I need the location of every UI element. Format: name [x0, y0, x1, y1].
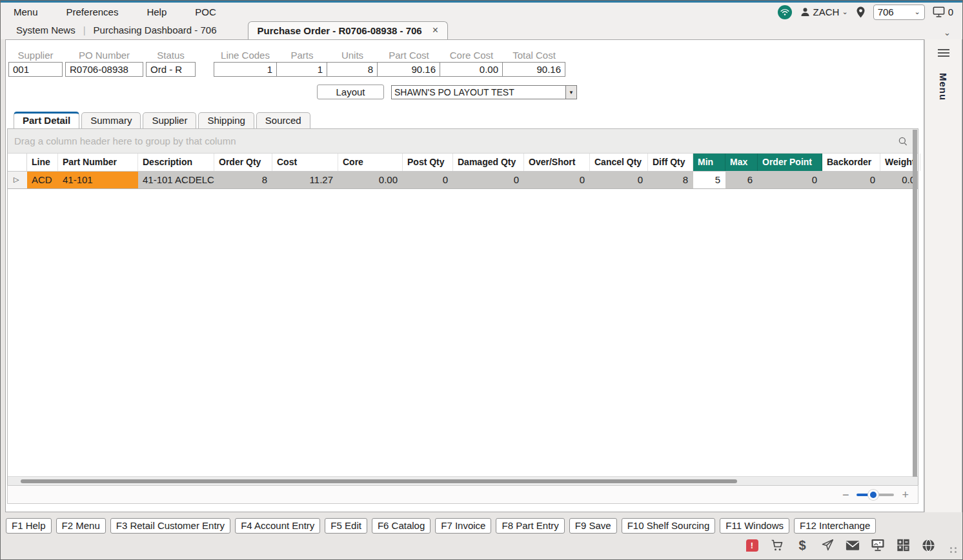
column-header-diff-qty[interactable]: Diff Qty — [648, 154, 693, 171]
cell-order-point[interactable]: 0 — [758, 172, 822, 188]
dollar-icon[interactable]: $ — [795, 538, 809, 552]
zoom-slider[interactable] — [857, 490, 894, 500]
cell-over-short[interactable]: 0 — [524, 172, 590, 188]
field-value-total-cost[interactable]: 90.16 — [502, 62, 565, 77]
zoom-out-button[interactable]: − — [842, 489, 849, 501]
menubar-item-poc[interactable]: POC — [195, 6, 216, 17]
field-value-units[interactable]: 8 — [327, 62, 378, 77]
column-header-order-point[interactable]: Order Point — [758, 154, 822, 171]
detail-tab-part-detail[interactable]: Part Detail — [14, 112, 79, 128]
field-part-cost: Part Cost90.16 — [378, 50, 440, 77]
mail-icon[interactable] — [846, 538, 860, 552]
tab-overflow-chevron-icon[interactable]: ⌄ — [944, 28, 951, 37]
cell-diff-qty[interactable]: 8 — [648, 172, 693, 188]
tab-purchase-order[interactable]: Purchase Order - R0706-08938 - 706 × — [248, 21, 449, 39]
cell-order-qty[interactable]: 8 — [214, 172, 272, 188]
fkey-f12-interchange[interactable]: F12 Interchange — [794, 518, 876, 534]
column-header-part-number[interactable]: Part Number — [58, 154, 138, 171]
column-header-post-qty[interactable]: Post Qty — [403, 154, 453, 171]
field-value-parts[interactable]: 1 — [276, 62, 327, 77]
fkey-f8-part-entry[interactable]: F8 Part Entry — [496, 518, 564, 534]
column-header-backorder[interactable]: Backorder — [822, 154, 880, 171]
fkey-f4-account-entry[interactable]: F4 Account Entry — [235, 518, 320, 534]
detail-tab-shipping[interactable]: Shipping — [198, 112, 254, 128]
field-value-line-codes[interactable]: 1 — [214, 62, 277, 77]
column-header-min[interactable]: Min — [693, 154, 725, 171]
field-line-codes: Line Codes1 — [214, 50, 277, 77]
field-value-status[interactable]: Ord - R — [146, 62, 196, 77]
cell-cost[interactable]: 11.27 — [272, 172, 338, 188]
column-header-description[interactable]: Description — [138, 154, 214, 171]
zoom-slider-thumb[interactable] — [868, 490, 878, 500]
user-menu[interactable]: ZACH ⌄ — [800, 6, 848, 17]
field-label-units: Units — [327, 50, 378, 62]
grid-header-row: LinePart NumberDescriptionOrder QtyCostC… — [8, 154, 918, 172]
layout-dropdown-arrow-icon[interactable]: ▼ — [565, 86, 576, 99]
field-value-part-cost[interactable]: 90.16 — [377, 62, 440, 77]
menubar-item-menu[interactable]: Menu — [14, 6, 38, 17]
tab-purchasing-dashboard-706[interactable]: Purchasing Dashboard - 706 — [92, 22, 218, 39]
fkey-f1-help[interactable]: F1 Help — [6, 518, 52, 534]
field-value-supplier[interactable]: 001 — [8, 62, 63, 77]
resize-grip[interactable] — [950, 547, 957, 553]
alert-icon[interactable]: ! — [745, 538, 759, 552]
fkey-f11-windows[interactable]: F11 Windows — [720, 518, 789, 534]
field-value-core-cost[interactable]: 0.00 — [440, 62, 503, 77]
fkey-f3-retail-customer-entry[interactable]: F3 Retail Customer Entry — [110, 518, 230, 534]
monitor-icon[interactable] — [871, 538, 885, 552]
column-header-damaged-qty[interactable]: Damaged Qty — [453, 154, 524, 171]
detail-tab-supplier[interactable]: Supplier — [143, 112, 196, 128]
fkey-f9-save[interactable]: F9 Save — [569, 518, 617, 534]
cell-line[interactable]: ACD — [27, 172, 58, 188]
side-menu-label[interactable]: Menu — [938, 73, 949, 101]
cell-backorder[interactable]: 0 — [822, 172, 880, 188]
fkey-f6-catalog[interactable]: F6 Catalog — [372, 518, 431, 534]
column-header-core[interactable]: Core — [338, 154, 403, 171]
grid-hscrollbar[interactable] — [8, 476, 918, 485]
cart-icon[interactable] — [770, 538, 784, 552]
location-pin-icon[interactable] — [856, 6, 866, 18]
detail-tab-summary[interactable]: Summary — [81, 112, 141, 128]
hamburger-menu-icon[interactable] — [938, 47, 949, 59]
send-icon[interactable] — [820, 538, 835, 552]
column-header-max[interactable]: Max — [725, 154, 758, 171]
function-key-bar: F1 HelpF2 MenuF3 Retail Customer EntryF4… — [6, 518, 876, 534]
layout-button[interactable]: Layout — [317, 85, 384, 99]
fkey-f7-invoice[interactable]: F7 Invoice — [435, 518, 491, 534]
cell-core[interactable]: 0.00 — [338, 172, 403, 188]
fkey-f2-menu[interactable]: F2 Menu — [56, 518, 106, 534]
column-header-over-short[interactable]: Over/Short — [524, 154, 590, 171]
grid-data-row[interactable]: ▷ACD41-10141-101 ACDELC...811.270.000000… — [8, 172, 918, 189]
cell-description[interactable]: 41-101 ACDELC... — [138, 172, 214, 188]
cell-min[interactable]: 5 — [693, 172, 725, 188]
calculator-icon[interactable] — [896, 538, 910, 552]
grid-hscrollbar-thumb[interactable] — [21, 479, 737, 483]
layout-select[interactable]: SHAWN'S PO LAYOUT TEST ▼ — [391, 85, 577, 99]
column-header-order-qty[interactable]: Order Qty — [214, 154, 272, 171]
zoom-in-button[interactable]: + — [902, 489, 909, 501]
detail-tab-sourced[interactable]: Sourced — [256, 112, 310, 128]
column-header-cancel-qty[interactable]: Cancel Qty — [590, 154, 648, 171]
field-value-po-number[interactable]: R0706-08938 — [65, 62, 143, 77]
column-header-cost[interactable]: Cost — [272, 154, 338, 171]
fkey-f10-shelf-sourcing[interactable]: F10 Shelf Sourcing — [622, 518, 716, 534]
globe-icon[interactable] — [921, 538, 935, 552]
menubar-item-help[interactable]: Help — [147, 6, 167, 17]
store-select[interactable]: 706 ⌄ — [873, 5, 925, 20]
search-icon[interactable] — [897, 135, 909, 147]
cell-max[interactable]: 6 — [725, 172, 758, 188]
active-tab-label: Purchase Order - R0706-08938 - 706 — [258, 25, 422, 36]
menubar-item-preferences[interactable]: Preferences — [66, 6, 119, 17]
cell-damaged-qty[interactable]: 0 — [453, 172, 524, 188]
grid-vscrollbar[interactable] — [913, 130, 917, 477]
cell-cancel-qty[interactable]: 0 — [590, 172, 648, 188]
tab-system-news[interactable]: System News — [15, 22, 77, 39]
column-header-line[interactable]: Line — [27, 154, 58, 171]
grid-group-bar[interactable]: Drag a column header here to group by th… — [8, 129, 918, 154]
cell-post-qty[interactable]: 0 — [403, 172, 453, 188]
close-icon[interactable]: × — [432, 25, 438, 36]
row-expand-icon[interactable]: ▷ — [8, 172, 27, 188]
fkey-f5-edit[interactable]: F5 Edit — [325, 518, 367, 534]
field-supplier: Supplier001 — [8, 50, 63, 77]
cell-part-number[interactable]: 41-101 — [58, 172, 138, 188]
